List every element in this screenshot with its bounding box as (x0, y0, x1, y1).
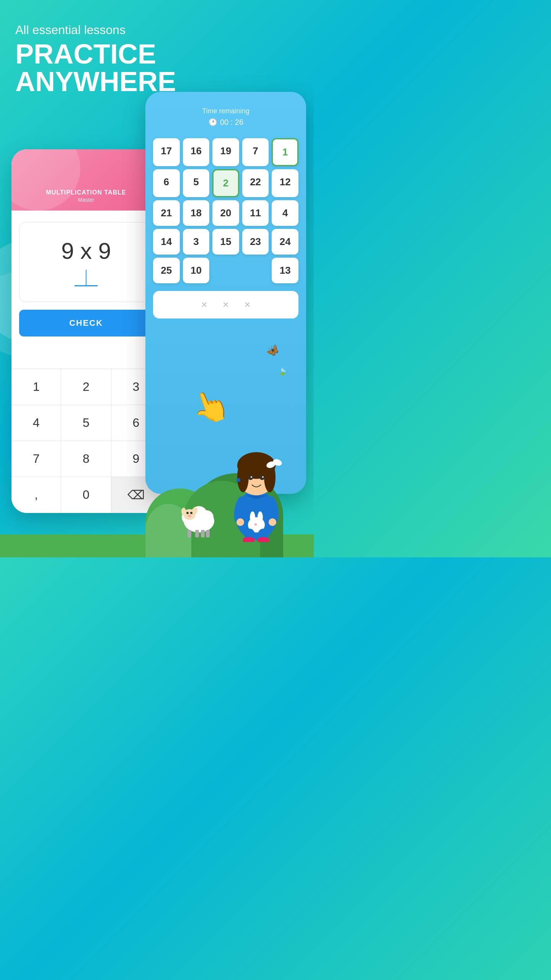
svg-point-9 (260, 475, 264, 480)
phone-header-title: MULTIPLICATION TABLE (46, 189, 126, 196)
answer-slots: × × × (153, 291, 298, 318)
num-cell-4[interactable]: 4 (272, 200, 298, 226)
key-0[interactable]: 0 (61, 477, 111, 513)
numpad-row-3: 7 8 9 (11, 441, 161, 477)
svg-point-7 (272, 462, 276, 466)
svg-point-20 (254, 523, 257, 526)
num-cell-10[interactable]: 10 (183, 258, 210, 283)
key-2[interactable]: 2 (61, 369, 111, 405)
key-5[interactable]: 5 (61, 405, 111, 441)
num-cell-23[interactable]: 23 (242, 229, 269, 255)
svg-point-15 (236, 518, 244, 526)
answer-slot-2: × (223, 299, 229, 311)
phone-header: MULTIPLICATION TABLE Master (11, 149, 161, 211)
svg-point-34 (193, 507, 197, 514)
num-cell-1[interactable]: 1 (272, 138, 298, 166)
num-cell-11[interactable]: 11 (242, 200, 269, 226)
svg-point-30 (186, 512, 189, 514)
num-cell-6[interactable]: 6 (153, 169, 180, 197)
svg-rect-36 (195, 530, 199, 537)
numpad-row-2: 4 5 6 (11, 405, 161, 441)
num-cell-7[interactable]: 7 (242, 138, 269, 166)
timer-value: 🕐 00 : 26 (153, 118, 298, 127)
title-line2: ANYWHERE (15, 68, 176, 95)
num-cell-14[interactable]: 14 (153, 229, 180, 255)
key-7[interactable]: 7 (11, 441, 61, 477)
number-grid: 17 16 19 7 1 6 5 2 22 12 21 18 20 11 4 1… (153, 138, 298, 283)
clock-icon: 🕐 (208, 118, 218, 127)
svg-point-8 (248, 475, 253, 480)
svg-point-31 (190, 512, 192, 514)
num-cell-3[interactable]: 3 (183, 229, 210, 255)
key-4[interactable]: 4 (11, 405, 61, 441)
key-1[interactable]: 1 (11, 369, 61, 405)
num-cell-21[interactable]: 21 (153, 200, 180, 226)
svg-point-12 (236, 478, 240, 482)
title-line1: PRACTICE (15, 40, 176, 68)
quiz-area: 9 x 9 (19, 222, 153, 302)
numpad-row-1: 1 2 3 (11, 369, 161, 405)
num-cell-16[interactable]: 16 (183, 138, 210, 166)
quiz-equation: 9 x 9 (61, 238, 111, 264)
girl-character (214, 435, 298, 542)
butterfly-2-icon: 🍃 (278, 367, 287, 376)
num-cell-19[interactable]: 19 (212, 138, 239, 166)
num-cell-12[interactable]: 12 (272, 169, 298, 197)
phone-right: Time remaining 🕐 00 : 26 17 16 19 7 1 6 … (145, 92, 306, 494)
answer-slot-3: × (244, 299, 250, 311)
timer-display: 00 : 26 (220, 118, 243, 127)
num-cell-22[interactable]: 22 (242, 169, 269, 197)
timer-label: Time remaining (153, 107, 298, 115)
phone-right-inner: Time remaining 🕐 00 : 26 17 16 19 7 1 6 … (145, 92, 306, 494)
num-cell-5[interactable]: 5 (183, 169, 210, 197)
svg-point-3 (237, 462, 249, 492)
num-cell-25[interactable]: 25 (153, 258, 180, 283)
svg-rect-35 (187, 530, 191, 537)
phone-left: MULTIPLICATION TABLE Master 9 x 9 CHECK … (11, 149, 161, 513)
svg-point-32 (187, 515, 191, 517)
svg-point-16 (269, 518, 276, 526)
quiz-input-line (75, 285, 98, 286)
num-cell-24[interactable]: 24 (272, 229, 298, 255)
main-title: PRACTICE ANYWHERE (15, 40, 176, 95)
num-cell-15[interactable]: 15 (212, 229, 239, 255)
answer-slot-1: × (201, 299, 207, 311)
svg-rect-37 (201, 530, 205, 537)
phone-header-sub: Master (78, 197, 95, 203)
num-cell-20[interactable]: 20 (212, 200, 239, 226)
numpad: 1 2 3 4 5 6 7 8 9 , 0 ⌫ (11, 369, 161, 513)
num-cell-13[interactable]: 13 (272, 258, 298, 283)
key-comma[interactable]: , (11, 477, 61, 513)
svg-rect-38 (206, 530, 210, 537)
svg-point-18 (250, 511, 255, 523)
svg-point-19 (258, 511, 263, 523)
svg-point-28 (200, 510, 214, 524)
sheep-character (176, 500, 222, 538)
quiz-cursor (86, 270, 86, 285)
num-cell-2[interactable]: 2 (212, 169, 239, 197)
num-cell-17[interactable]: 17 (153, 138, 180, 166)
header-area: All essential lessons PRACTICE ANYWHERE (15, 23, 176, 95)
svg-point-11 (262, 476, 264, 478)
key-8[interactable]: 8 (61, 441, 111, 477)
num-cell-18[interactable]: 18 (183, 200, 210, 226)
svg-point-10 (251, 476, 252, 478)
numpad-row-4: , 0 ⌫ (11, 477, 161, 513)
check-button[interactable]: CHECK (19, 310, 153, 336)
svg-point-33 (181, 508, 186, 515)
timer-area: Time remaining 🕐 00 : 26 (153, 107, 298, 127)
subtitle: All essential lessons (15, 23, 176, 37)
